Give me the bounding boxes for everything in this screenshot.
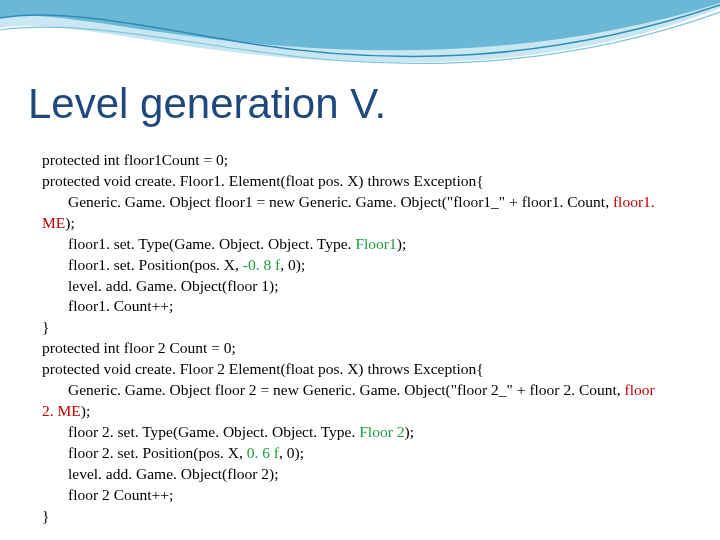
code-line: floor 2 Count++; <box>42 485 670 506</box>
code-line: Generic. Game. Object floor 2 = new Gene… <box>42 380 670 422</box>
code-line: floor 2. set. Type(Game. Object. Object.… <box>42 422 670 443</box>
code-line: protected int floor 2 Count = 0; <box>42 338 670 359</box>
page-title: Level generation V. <box>28 80 386 128</box>
code-line: level. add. Game. Object(floor 1); <box>42 276 670 297</box>
code-line: Generic. Game. Object floor1 = new Gener… <box>42 192 670 234</box>
code-line: floor1. set. Position(pos. X, -0. 8 f, 0… <box>42 255 670 276</box>
code-block: protected int floor1Count = 0; protected… <box>42 150 670 527</box>
code-line: protected int floor1Count = 0; <box>42 150 670 171</box>
code-line: protected void create. Floor 2 Element(f… <box>42 359 670 380</box>
code-line: floor 2. set. Position(pos. X, 0. 6 f, 0… <box>42 443 670 464</box>
code-line: } <box>42 317 670 338</box>
code-line: floor1. Count++; <box>42 296 670 317</box>
code-line: level. add. Game. Object(floor 2); <box>42 464 670 485</box>
code-line: floor1. set. Type(Game. Object. Object. … <box>42 234 670 255</box>
code-line: protected void create. Floor1. Element(f… <box>42 171 670 192</box>
code-line: } <box>42 506 670 527</box>
